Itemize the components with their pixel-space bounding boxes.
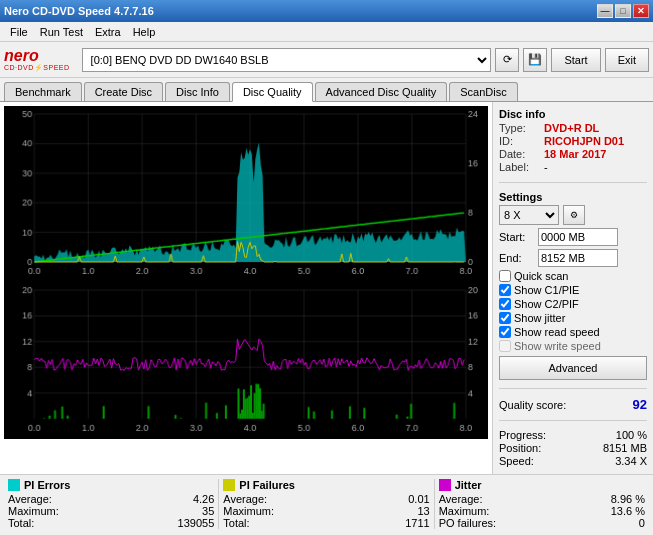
pi-failures-color [223,479,235,491]
pi-errors-total: Total: 139055 [8,517,214,529]
speed-value: 3.34 X [615,455,647,467]
jitter-avg-value: 8.96 % [611,493,645,505]
menu-extra[interactable]: Extra [89,24,127,40]
settings-section: Settings 8 X ⚙ Start: End: Qui [499,191,647,380]
jitter-chart [4,282,488,438]
pi-max-label: Maximum: [8,505,59,517]
disc-type-row: Type: DVD+R DL [499,122,647,134]
quality-score-value: 92 [633,397,647,412]
po-failures: PO failures: 0 [439,517,645,529]
pif-avg-label: Average: [223,493,267,505]
refresh-button[interactable]: ⟳ [495,48,519,72]
drive-selector[interactable]: [0:0] BENQ DVD DD DW1640 BSLB [82,48,492,72]
show-c1pie-row: Show C1/PIE [499,284,647,296]
pif-total-label: Total: [223,517,249,529]
jitter-avg: Average: 8.96 % [439,493,645,505]
disc-id-row: ID: RICOHJPN D01 [499,135,647,147]
speed-row: Speed: 3.34 X [499,455,647,467]
jitter-group: Jitter Average: 8.96 % Maximum: 13.6 % P… [435,479,649,529]
save-button[interactable]: 💾 [523,48,547,72]
end-row: End: [499,249,647,267]
pi-failures-total: Total: 1711 [223,517,429,529]
jitter-avg-label: Average: [439,493,483,505]
tab-disc-info[interactable]: Disc Info [165,82,230,101]
content-wrapper: Disc info Type: DVD+R DL ID: RICOHJPN D0… [0,102,653,531]
progress-section: Progress: 100 % Position: 8151 MB Speed:… [499,429,647,468]
show-c2pif-row: Show C2/PIF [499,298,647,310]
advanced-button[interactable]: Advanced [499,356,647,380]
pif-max-value: 13 [417,505,429,517]
jitter-max: Maximum: 13.6 % [439,505,645,517]
pi-total-label: Total: [8,517,34,529]
show-jitter-checkbox[interactable] [499,312,511,324]
progress-value: 100 % [616,429,647,441]
progress-label: Progress: [499,429,546,441]
disc-id-value: RICOHJPN D01 [544,135,624,147]
show-c1pie-label: Show C1/PIE [514,284,579,296]
show-jitter-row: Show jitter [499,312,647,324]
start-input[interactable] [538,228,618,246]
pif-total-value: 1711 [405,517,429,529]
speed-selector[interactable]: 8 X [499,205,559,225]
tab-scan-disc[interactable]: ScanDisc [449,82,517,101]
pi-failures-label: PI Failures [239,479,295,491]
pi-failures-max: Maximum: 13 [223,505,429,517]
show-c2pif-checkbox[interactable] [499,298,511,310]
show-c2pif-label: Show C2/PIF [514,298,579,310]
pi-failures-group: PI Failures Average: 0.01 Maximum: 13 To… [219,479,434,529]
progress-row: Progress: 100 % [499,429,647,441]
show-c1pie-checkbox[interactable] [499,284,511,296]
position-label: Position: [499,442,541,454]
jitter-max-label: Maximum: [439,505,490,517]
stats-area: PI Errors Average: 4.26 Maximum: 35 Tota… [0,474,653,533]
divider3 [499,420,647,421]
title-bar: Nero CD-DVD Speed 4.7.7.16 — □ ✕ [0,0,653,22]
right-panel: Disc info Type: DVD+R DL ID: RICOHJPN D0… [493,102,653,474]
exit-button[interactable]: Exit [605,48,649,72]
pi-avg-value: 4.26 [193,493,214,505]
title-bar-buttons: — □ ✕ [597,4,649,18]
quality-score-row: Quality score: 92 [499,397,647,412]
speed-config-button[interactable]: ⚙ [563,205,585,225]
tab-benchmark[interactable]: Benchmark [4,82,82,101]
show-read-speed-row: Show read speed [499,326,647,338]
charts-and-panel: Disc info Type: DVD+R DL ID: RICOHJPN D0… [0,102,653,474]
logo: nero CD·DVD⚡SPEED [4,47,70,72]
menu-help[interactable]: Help [127,24,162,40]
pi-avg-label: Average: [8,493,52,505]
show-write-speed-checkbox[interactable] [499,340,511,352]
show-jitter-label: Show jitter [514,312,565,324]
quality-score-label: Quality score: [499,399,566,411]
jitter-max-value: 13.6 % [611,505,645,517]
tab-disc-quality[interactable]: Disc Quality [232,82,313,102]
disc-date-row: Date: 18 Mar 2017 [499,148,647,160]
maximize-button[interactable]: □ [615,4,631,18]
menu-run-test[interactable]: Run Test [34,24,89,40]
show-read-speed-label: Show read speed [514,326,600,338]
settings-title: Settings [499,191,647,203]
quick-scan-checkbox[interactable] [499,270,511,282]
show-read-speed-checkbox[interactable] [499,326,511,338]
minimize-button[interactable]: — [597,4,613,18]
logo-nero: nero [4,47,70,65]
disc-type-label: Type: [499,122,544,134]
pi-errors-color [8,479,20,491]
disc-label-value: - [544,161,548,173]
menu-file[interactable]: File [4,24,34,40]
close-button[interactable]: ✕ [633,4,649,18]
start-button[interactable]: Start [551,48,600,72]
po-value: 0 [639,517,645,529]
end-label: End: [499,252,534,264]
show-write-speed-row: Show write speed [499,340,647,352]
charts-area [0,102,493,474]
tab-advanced-disc-quality[interactable]: Advanced Disc Quality [315,82,448,101]
disc-label-label: Label: [499,161,544,173]
disc-type-value: DVD+R DL [544,122,599,134]
pi-errors-max: Maximum: 35 [8,505,214,517]
pi-errors-header: PI Errors [8,479,214,491]
end-input[interactable] [538,249,618,267]
jitter-color [439,479,451,491]
tab-create-disc[interactable]: Create Disc [84,82,163,101]
toolbar: nero CD·DVD⚡SPEED [0:0] BENQ DVD DD DW16… [0,42,653,78]
tab-bar: Benchmark Create Disc Disc Info Disc Qua… [0,78,653,102]
